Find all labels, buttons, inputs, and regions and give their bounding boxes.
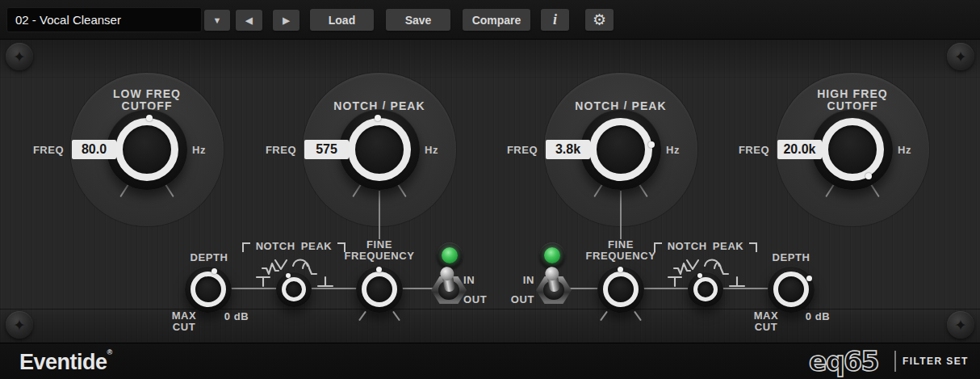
out-label: OUT	[502, 293, 534, 305]
right-fine-frequency-knob[interactable]	[597, 266, 644, 313]
zero-db-label: 0 dB	[216, 310, 257, 322]
max-label: MAX	[748, 310, 785, 322]
cut-label: CUT	[165, 322, 203, 333]
notch-wave-icon	[262, 263, 279, 274]
knob-title: HIGH FREQ CUTOFF	[776, 85, 929, 112]
max-label: MAX	[165, 310, 203, 322]
low-freq-cutoff-knob[interactable]	[107, 109, 187, 190]
notch-label: NOTCH	[256, 240, 295, 252]
knob-ring	[191, 272, 226, 307]
brand-logo: Eventide®	[19, 348, 112, 375]
knob-ring	[282, 277, 306, 301]
brand-name: Eventide	[19, 350, 107, 374]
knob-indicator-dot	[865, 173, 872, 179]
freq-label: FREQ	[734, 144, 769, 156]
info-icon: i	[553, 11, 557, 28]
registered-mark: ®	[107, 348, 112, 356]
info-button[interactable]: i	[541, 9, 569, 31]
save-button[interactable]: Save	[386, 9, 450, 31]
footer-divider	[894, 351, 896, 372]
knob-indicator-dot	[211, 268, 217, 274]
screw-top-right: ✦	[947, 43, 974, 70]
knob-indicator-dot	[376, 267, 382, 272]
in-label: IN	[463, 274, 488, 286]
cut-label: CUT	[748, 322, 785, 333]
unit-label: Hz	[898, 144, 933, 156]
led-green-core	[544, 247, 560, 263]
load-button[interactable]: Load	[310, 9, 374, 31]
led-green-core	[442, 247, 458, 263]
max-cut-label: MAX CUT	[165, 310, 203, 332]
shelf-low-icon	[257, 277, 270, 286]
chevron-down-icon: ▼	[213, 15, 222, 25]
left-in-out-toggle[interactable]	[430, 269, 467, 306]
shelf-high-icon	[730, 277, 744, 286]
knob-indicator-dot	[146, 115, 153, 121]
left-status-led	[437, 242, 463, 268]
notch-peak-1-value[interactable]: 575	[304, 140, 349, 159]
knob-title: LOW FREQ CUTOFF	[70, 85, 224, 112]
unit-label: Hz	[192, 144, 228, 156]
notch-peak-2-knob[interactable]	[580, 109, 661, 190]
knob-ring	[821, 118, 884, 181]
knob-ring	[693, 277, 718, 301]
knob-ring	[773, 272, 809, 307]
knob-title-line1: LOW FREQ	[113, 88, 181, 100]
high-freq-cutoff-knob[interactable]	[812, 109, 893, 190]
depth-label: DEPTH	[173, 251, 245, 263]
knob-ring	[348, 118, 411, 181]
peak-label: PEAK	[301, 240, 333, 252]
notch-v-icon	[687, 260, 698, 269]
knob-indicator-dot	[375, 115, 381, 121]
out-label: OUT	[463, 293, 496, 305]
notch-peak-2-value[interactable]: 3.8k	[546, 140, 590, 159]
right-depth-knob[interactable]	[768, 266, 815, 313]
knob-indicator-dot	[648, 141, 655, 148]
knob-title: NOTCH / PEAK	[303, 85, 456, 112]
notch-peak-1-knob[interactable]	[339, 109, 420, 190]
preset-dropdown-button[interactable]: ▼	[204, 10, 230, 31]
knob-ring	[115, 118, 178, 181]
high-freq-value[interactable]: 20.0k	[777, 140, 822, 159]
depth-label: DEPTH	[755, 251, 827, 263]
fine-label: FINE	[331, 239, 428, 251]
right-in-out-toggle[interactable]	[535, 269, 572, 306]
knob-ring	[362, 272, 397, 307]
frequency-label: FREQUENCY	[331, 251, 428, 262]
arrow-right-icon: ▶	[283, 15, 289, 26]
max-cut-label: MAX CUT	[748, 310, 785, 332]
compare-button[interactable]: Compare	[463, 9, 530, 31]
knob-indicator-dot	[618, 267, 623, 272]
preset-name-field[interactable]: 02 - Vocal Cleanser	[6, 7, 202, 32]
freq-label: FREQ	[28, 144, 64, 156]
shelf-high-icon	[318, 277, 333, 286]
prev-preset-button[interactable]: ◀	[236, 10, 262, 31]
toolbar: 02 - Vocal Cleanser ▼ ◀ ▶ Load Save Comp…	[0, 0, 980, 40]
plugin-window: 02 - Vocal Cleanser ▼ ◀ ▶ Load Save Comp…	[0, 0, 980, 379]
knob-title-line1: HIGH FREQ	[817, 88, 888, 100]
right-notch-peak-selector-knob[interactable]	[688, 272, 723, 307]
freq-label: FREQ	[261, 144, 296, 156]
right-status-led	[539, 242, 565, 268]
next-preset-button[interactable]: ▶	[273, 10, 299, 31]
low-freq-value[interactable]: 80.0	[72, 140, 116, 159]
footer-bar: Eventide® eq65 FILTER SET	[0, 343, 980, 379]
bracket-right-icon	[749, 242, 757, 252]
arrow-left-icon: ◀	[245, 15, 252, 26]
knob-indicator-dot	[806, 276, 812, 281]
bracket-left-icon	[242, 242, 250, 252]
screw-bottom-left: ✦	[6, 311, 33, 339]
product-name: eq65	[809, 346, 878, 377]
notch-peak-selector-label: NOTCH PEAK	[653, 240, 758, 252]
product-subtitle: FILTER SET	[903, 356, 969, 367]
left-fine-frequency-knob[interactable]	[356, 266, 403, 313]
gear-icon: ⚙	[593, 12, 606, 27]
notch-wave-icon	[674, 263, 690, 274]
zero-db-label: 0 dB	[798, 310, 838, 322]
left-depth-knob[interactable]	[185, 266, 232, 313]
peak-label: PEAK	[713, 240, 744, 252]
knob-connector-line	[620, 191, 622, 239]
settings-button[interactable]: ⚙	[585, 9, 614, 31]
peak-wave-icon	[714, 263, 728, 274]
left-notch-peak-selector-knob[interactable]	[276, 272, 312, 307]
